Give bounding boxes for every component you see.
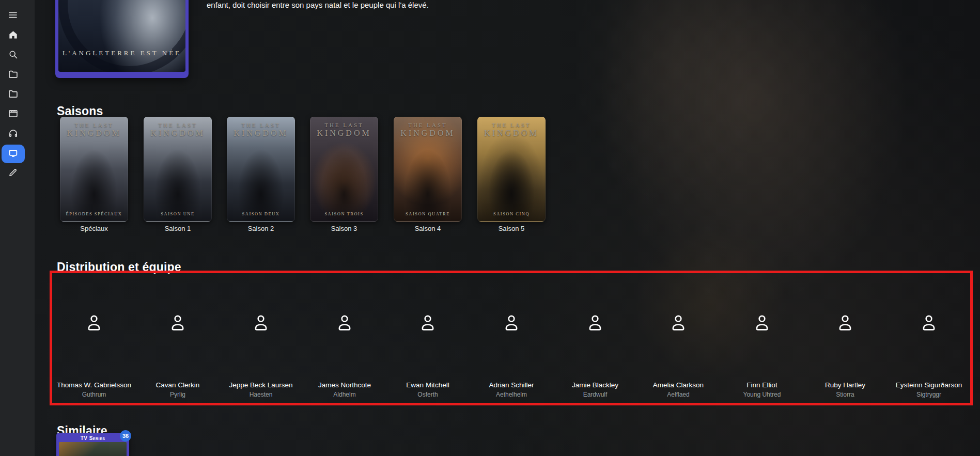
cast-card[interactable]: Cavan Clerkin Pyrlig <box>144 279 212 401</box>
season-card-1[interactable]: THE LASTKINGDOM SAISON UNE <box>144 117 212 222</box>
cast-role: Osferth <box>383 391 472 398</box>
season-card-3[interactable]: THE LASTKINGDOM SAISON TROIS <box>310 117 378 222</box>
poster-title: THE LASTKINGDOM <box>310 117 378 138</box>
person-icon <box>837 314 853 333</box>
poster-title: THE LASTKINGDOM <box>478 117 545 138</box>
case-type-label: TV Series <box>59 434 127 442</box>
cast-name: Ewan Mitchell <box>383 381 472 389</box>
season-label[interactable]: Saison 4 <box>394 225 462 232</box>
person-icon <box>504 314 519 333</box>
poster-caption: SAISON UNE <box>144 211 211 216</box>
cast-role: Guthrum <box>50 391 138 398</box>
cast-card[interactable]: Eysteinn Sigurðarson Sigtryggr <box>895 279 963 401</box>
cast-card[interactable]: Jamie Blackley Eardwulf <box>561 279 629 401</box>
pencil-icon <box>8 167 18 180</box>
person-icon <box>86 314 102 333</box>
sidebar-item-movies[interactable] <box>0 105 26 123</box>
cast-section-title: Distribution et équipe <box>57 260 181 274</box>
season-label[interactable]: Saison 3 <box>310 225 378 232</box>
poster-caption: ÉPISODES SPÉCIAUX <box>60 211 128 216</box>
season-label[interactable]: Saison 2 <box>227 225 295 232</box>
person-icon <box>921 314 937 333</box>
cast-name: Amelia Clarkson <box>634 381 723 389</box>
cast-role: Aethelhelm <box>467 391 556 398</box>
cast-role: Haesten <box>216 391 305 398</box>
headphones-icon <box>8 128 19 140</box>
season-label[interactable]: Saison 5 <box>477 225 546 232</box>
cast-card[interactable]: James Northcote Aldhelm <box>310 279 379 401</box>
sidebar-item-tv-shows[interactable] <box>0 145 26 163</box>
cast-role: Aelflaed <box>634 391 723 398</box>
cast-card[interactable]: Finn Elliot Young Uhtred <box>728 279 796 401</box>
cast-card[interactable]: Ruby Hartley Stiorra <box>811 279 879 401</box>
poster-caption: SAISON QUATRE <box>394 211 461 216</box>
series-detail-page: L'ANGLETERRE EST NÉE enfant, doit choisi… <box>0 0 980 456</box>
cast-name: Ruby Hartley <box>801 381 890 389</box>
person-icon <box>253 314 269 333</box>
poster-title: THE LASTKINGDOM <box>144 117 211 138</box>
movies-icon <box>8 108 19 121</box>
cast-role: Stiorra <box>801 391 890 398</box>
person-icon <box>170 314 185 333</box>
home-icon <box>8 29 19 42</box>
cast-role: Sigtryggr <box>884 391 973 398</box>
series-overview-text: enfant, doit choisir entre son pays nata… <box>207 1 429 9</box>
cast-name: Jeppe Beck Laursen <box>216 381 305 389</box>
sidebar-item-home[interactable] <box>0 26 26 45</box>
cover-artwork: L'ANGLETERRE EST NÉE <box>58 0 185 72</box>
season-card-4[interactable]: THE LASTKINGDOM SAISON QUATRE <box>394 117 462 222</box>
cast-card[interactable]: Jeppe Beck Laursen Haesten <box>227 279 295 401</box>
sidebar-item-library-1[interactable] <box>0 66 26 84</box>
sidebar-item-menu[interactable] <box>0 7 26 25</box>
cast-name: Eysteinn Sigurðarson <box>884 381 973 389</box>
shield-ring-graphic <box>58 0 185 72</box>
cast-name: Jamie Blackley <box>551 381 640 389</box>
season-card-2[interactable]: THE LASTKINGDOM SAISON DEUX <box>227 117 295 222</box>
season-label[interactable]: Spéciaux <box>60 225 128 232</box>
sidebar-item-library-2[interactable] <box>0 85 26 104</box>
sidebar-item-music[interactable] <box>0 124 26 143</box>
sidebar-item-search[interactable] <box>0 46 26 65</box>
cast-role: Eardwulf <box>551 391 640 398</box>
season-card-5[interactable]: THE LASTKINGDOM SAISON CINQ <box>477 117 546 222</box>
search-icon <box>8 49 19 62</box>
similar-item-artwork <box>59 442 127 456</box>
person-icon <box>337 314 352 333</box>
cast-card[interactable]: Thomas W. Gabrielsson Guthrum <box>60 279 128 401</box>
folder-icon <box>8 88 19 101</box>
poster-title: THE LASTKINGDOM <box>394 117 461 138</box>
person-icon <box>420 314 435 333</box>
poster-caption: SAISON TROIS <box>310 211 378 216</box>
poster-caption: SAISON DEUX <box>227 211 294 216</box>
tv-icon <box>8 148 19 161</box>
cast-card[interactable]: Amelia Clarkson Aelflaed <box>644 279 712 401</box>
cast-name: Thomas W. Gabrielsson <box>50 381 138 389</box>
cast-role: Young Uhtred <box>718 391 806 398</box>
similar-item-card[interactable]: 36 TV Series <box>56 433 129 456</box>
folder-icon <box>8 69 19 82</box>
menu-icon <box>8 10 18 22</box>
cover-tagline: L'ANGLETERRE EST NÉE <box>58 49 185 57</box>
cast-card[interactable]: Adrian Schiller Aethelhelm <box>477 279 546 401</box>
cast-name: James Northcote <box>300 381 389 389</box>
poster-caption: SAISON CINQ <box>478 211 545 216</box>
person-icon <box>754 314 770 333</box>
season-card-specials[interactable]: THE LASTKINGDOM ÉPISODES SPÉCIAUX <box>60 117 128 222</box>
cast-role: Pyrlig <box>133 391 222 398</box>
person-icon <box>587 314 603 333</box>
cast-name: Cavan Clerkin <box>133 381 222 389</box>
poster-title: THE LASTKINGDOM <box>60 117 128 138</box>
cast-role: Aldhelm <box>300 391 389 398</box>
cast-card[interactable]: Ewan Mitchell Osferth <box>394 279 462 401</box>
person-icon <box>671 314 686 333</box>
series-dvd-cover[interactable]: L'ANGLETERRE EST NÉE <box>55 0 189 78</box>
sidebar <box>0 0 35 456</box>
cast-name: Finn Elliot <box>718 381 806 389</box>
poster-title: THE LASTKINGDOM <box>227 117 294 138</box>
sidebar-item-edit-metadata[interactable] <box>0 164 26 183</box>
unplayed-count-badge: 36 <box>120 430 131 442</box>
season-label[interactable]: Saison 1 <box>144 225 212 232</box>
cast-name: Adrian Schiller <box>467 381 556 389</box>
